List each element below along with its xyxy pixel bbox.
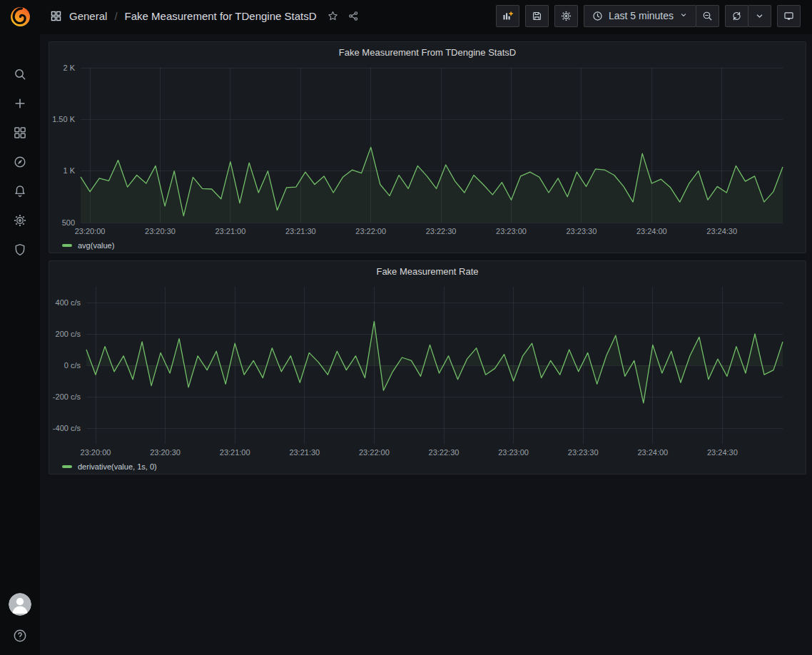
monitor-icon [783,10,795,22]
refresh-group [725,5,771,27]
svg-text:1.50 K: 1.50 K [52,115,75,123]
sidebar [0,0,40,655]
panel-header[interactable]: Fake Measurement Rate [49,261,806,281]
sidebar-item-help[interactable] [12,628,28,644]
svg-text:23:24:30: 23:24:30 [707,448,738,457]
sidebar-item-configuration[interactable] [12,213,28,228]
panel-header[interactable]: Fake Measurement From TDengine StatsD [49,42,806,62]
panel-fake-measurement: Fake Measurement From TDengine StatsD 50… [49,41,806,253]
svg-text:23:21:30: 23:21:30 [289,448,320,457]
dashboard-grid-icon [50,10,62,22]
zoom-out-icon [701,10,714,22]
zoom-out-time-button[interactable] [696,5,719,27]
svg-text:23:22:30: 23:22:30 [429,448,460,457]
dashboard-toolbar: Last 5 minutes [496,5,801,27]
svg-text:2 K: 2 K [63,64,75,72]
help-question-icon [12,628,28,644]
svg-text:400 c/s: 400 c/s [56,298,81,307]
refresh-icon [731,10,743,22]
search-icon [13,67,27,81]
chevron-down-icon [679,10,689,20]
refresh-button[interactable] [725,5,748,27]
user-avatar[interactable] [9,593,31,616]
legend-item[interactable]: derivative(value, 1s, 0) [49,459,806,474]
apps-grid-icon [13,126,27,140]
svg-text:-400 c/s: -400 c/s [53,424,81,432]
compass-icon [13,155,27,169]
sidebar-item-dashboards[interactable] [12,125,28,141]
add-panel-button[interactable] [496,5,519,27]
share-dashboard-button[interactable] [347,10,360,22]
timeseries-chart[interactable]: 5001 K1.50 K2 K23:20:0023:20:3023:21:002… [49,62,806,238]
svg-text:23:21:00: 23:21:00 [220,448,250,457]
svg-text:23:24:00: 23:24:00 [636,227,667,235]
save-dashboard-button[interactable] [525,5,549,27]
time-range-group: Last 5 minutes [584,5,719,27]
clock-icon [592,10,604,22]
shield-icon [13,243,27,257]
grafana-logo[interactable] [0,0,40,34]
breadcrumb-folder[interactable]: General [69,10,107,22]
top-navbar: General / Fake Measurement for TDengine … [40,0,812,34]
cycle-view-mode-button[interactable] [777,5,801,27]
legend-swatch [62,465,72,468]
save-icon [531,10,543,22]
panel-title: Fake Measurement From TDengine StatsD [339,47,516,58]
time-range-label: Last 5 minutes [609,10,674,21]
time-range-caret [679,10,689,22]
svg-text:23:20:00: 23:20:00 [81,448,111,457]
sidebar-item-alerting[interactable] [12,183,28,199]
svg-text:23:24:00: 23:24:00 [637,448,668,457]
gear-icon [13,213,27,228]
legend-item[interactable]: avg(value) [49,238,806,253]
dashboard-canvas: Fake Measurement From TDengine StatsD 50… [40,34,812,482]
svg-text:23:23:00: 23:23:00 [496,227,527,235]
svg-text:0 c/s: 0 c/s [64,361,81,370]
share-icon [347,10,360,22]
sidebar-item-explore[interactable] [12,154,28,170]
breadcrumb-separator: / [114,10,117,22]
svg-text:23:23:30: 23:23:30 [566,227,597,235]
sidebar-item-server-admin[interactable] [12,242,28,258]
svg-text:23:21:00: 23:21:00 [215,227,245,235]
svg-text:1 K: 1 K [63,166,75,175]
svg-text:23:22:00: 23:22:00 [355,227,386,235]
legend-label: avg(value) [78,241,114,250]
svg-text:23:23:00: 23:23:00 [498,448,529,457]
svg-text:200 c/s: 200 c/s [56,330,81,338]
add-panel-icon [502,10,514,22]
panel-fake-measurement-rate: Fake Measurement Rate -400 c/s-200 c/s0 … [49,260,806,474]
svg-text:23:20:30: 23:20:30 [150,448,181,457]
breadcrumb: General / Fake Measurement for TDengine … [50,10,317,22]
svg-text:23:21:30: 23:21:30 [285,227,316,235]
plus-icon [13,96,27,111]
svg-text:23:23:30: 23:23:30 [568,448,599,457]
grafana-logo-icon [9,6,31,28]
sidebar-item-create[interactable] [12,96,28,111]
bell-icon [13,184,27,198]
svg-text:23:20:00: 23:20:00 [75,227,106,235]
legend-swatch [62,244,72,247]
sidebar-item-search[interactable] [12,66,28,82]
time-range-picker[interactable]: Last 5 minutes [584,5,696,27]
svg-text:23:20:30: 23:20:30 [145,227,176,235]
panel-title: Fake Measurement Rate [376,266,478,277]
svg-text:500: 500 [62,218,75,227]
svg-text:-200 c/s: -200 c/s [53,392,81,401]
dashboard-title: Fake Measurement for TDengine StatsD [125,10,317,22]
dashboard-settings-button[interactable] [554,5,578,27]
star-icon [327,10,339,22]
timeseries-chart[interactable]: -400 c/s-200 c/s0 c/s200 c/s400 c/s23:20… [49,281,806,459]
gear-icon [560,10,572,22]
svg-text:23:22:30: 23:22:30 [426,227,457,235]
star-dashboard-button[interactable] [327,10,339,22]
refresh-interval-button[interactable] [748,5,771,27]
svg-text:23:24:30: 23:24:30 [706,227,737,235]
chevron-down-icon [753,10,766,22]
svg-text:23:22:00: 23:22:00 [359,448,390,457]
legend-label: derivative(value, 1s, 0) [78,462,157,471]
